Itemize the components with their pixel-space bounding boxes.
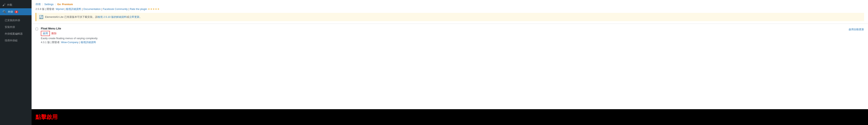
sidebar-subitem-editor[interactable]: 外掛檔案編輯器 (0, 30, 32, 37)
update-icon: 🔄 (39, 15, 43, 19)
rating-stars: ★★★★★ (148, 7, 160, 10)
sidebar-item-appearance-label: 外觀 (7, 3, 12, 7)
float-menu-plugin-row: Float Menu Lite 啟用 刪除 Easily create floa… (32, 24, 868, 47)
float-menu-view-details-link[interactable]: 檢視詳細資料 (81, 41, 96, 44)
float-menu-developer-link[interactable]: Wow-Company (61, 41, 79, 44)
content-area: 停用 | Settings | Go Premium 2.5.9 版 | 開發者… (32, 0, 868, 109)
view-details-update-link[interactable]: 檢視 2.5.10 版的鮮細資料 (98, 16, 127, 18)
click-hint-text: 點擊啟用 (35, 113, 58, 121)
install-plugins-label: 安裝外掛 (5, 25, 15, 29)
update-now-link[interactable]: 立即更新 (129, 16, 140, 18)
elementskit-view-details-link[interactable]: 檢視詳細資料 (66, 7, 81, 10)
sidebar-item-appearance[interactable]: 🖌 外觀 (0, 2, 32, 8)
float-menu-actions: 啟用 刪除 (41, 31, 840, 36)
float-menu-right: 啟用自動更新 (840, 27, 864, 31)
elementskit-documentation-link[interactable]: Documentation (84, 7, 101, 10)
sidebar-subitem-find[interactable]: 找尋外掛組 (0, 37, 32, 44)
elementskit-section: 停用 | Settings | Go Premium 2.5.9 版 | 開發者… (32, 0, 868, 11)
plugins-badge: 3 (14, 10, 18, 13)
float-menu-checkbox[interactable] (35, 28, 38, 30)
elementskit-action-links: 停用 | Settings | Go Premium (35, 2, 864, 6)
plugins-icon: 🔌 (2, 10, 6, 14)
plugin-editor-label: 外掛檔案編輯器 (5, 32, 23, 35)
stop-link[interactable]: 停用 (35, 3, 41, 6)
elementskit-developer-link[interactable]: Wpmet (56, 7, 64, 10)
activate-button[interactable]: 啟用 (41, 31, 50, 36)
auto-update-link[interactable]: 啟用自動更新 (849, 27, 864, 31)
elementskit-facebook-link[interactable]: Facebook Community (103, 7, 128, 10)
main-content: 停用 | Settings | Go Premium 2.5.9 版 | 開發者… (32, 0, 868, 125)
float-menu-meta: 4.3.1 版 | 開發者: Wow-Company | 檢視詳細資料 (41, 41, 840, 44)
update-notice-text: ElementsKit Lite 已有新版本可供下載安裝。請檢視 2.5.10 … (45, 15, 142, 19)
float-menu-info: Float Menu Lite 啟用 刪除 Easily create floa… (41, 27, 840, 44)
click-hint-bar: 點擊啟用 (32, 109, 868, 125)
sidebar-item-plugins-label: 外掛 (8, 10, 13, 14)
find-plugins-label: 找尋外掛組 (5, 39, 18, 42)
premium-text: Premium (62, 3, 73, 6)
float-menu-name: Float Menu Lite (41, 27, 840, 30)
elementskit-rate-link[interactable]: Rate the plugin (130, 7, 147, 10)
sidebar: 🖌 外觀 🔌 外掛 3 已安裝的外掛 安裝外掛 外掛檔案編輯器 找尋外掛組 (0, 0, 32, 125)
sidebar-item-plugins[interactable]: 🔌 外掛 3 (0, 8, 32, 15)
settings-link[interactable]: Settings (44, 3, 54, 6)
elementskit-version-info: 2.5.9 版 | 開發者: Wpmet | 檢視詳細資料 | Document… (35, 7, 864, 11)
sidebar-subitem-installed[interactable]: 已安裝的外掛 (0, 17, 32, 24)
appearance-icon: 🖌 (2, 3, 5, 7)
sidebar-subitem-install[interactable]: 安裝外掛 (0, 24, 32, 30)
go-premium-label: Go (57, 3, 61, 6)
float-menu-description: Easily create floating menus of varying … (41, 37, 840, 40)
installed-plugins-label: 已安裝的外掛 (5, 19, 20, 22)
update-notice: 🔄 ElementsKit Lite 已有新版本可供下載安裝。請檢視 2.5.1… (35, 13, 864, 21)
delete-link[interactable]: 刪除 (52, 32, 57, 35)
